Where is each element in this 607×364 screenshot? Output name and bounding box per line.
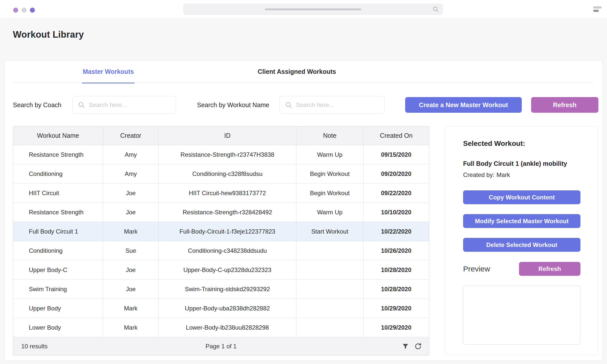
placeholder-line <box>265 8 361 10</box>
cell-workout-name: Full Body Circuit 1 <box>13 222 103 241</box>
cell-workout-name: Conditioning <box>13 241 103 260</box>
page-indicator: Page 1 of 1 <box>206 343 237 350</box>
created-by-line: Created by:Mark <box>463 171 580 178</box>
workout-name-search-field[interactable] <box>279 96 385 114</box>
cell-creator: Mark <box>103 222 159 241</box>
cell-id: Resistance-Strength-r328428492 <box>159 203 296 222</box>
table-footer-icons <box>402 343 422 350</box>
cell-workout-name: Conditioning <box>13 164 103 183</box>
search-by-workout-name-label: Search by Workout Name <box>197 101 269 109</box>
refresh-icon[interactable] <box>414 343 422 350</box>
selected-workout-heading: Selected Workout: <box>463 140 580 148</box>
cell-note: Warm Up <box>296 203 363 222</box>
column-header-workout-name: Workout Name <box>13 126 103 145</box>
cell-created-on: 10/28/2020 <box>363 280 429 299</box>
refresh-button[interactable]: Refresh <box>531 97 598 113</box>
column-header-creator: Creator <box>103 126 159 145</box>
cell-id: Full-Body-Circuit-1-f3eje122377823 <box>159 222 296 241</box>
cell-workout-name: Upper Body <box>13 299 103 318</box>
cell-id: Swim-Training-stdskd29293292 <box>159 280 296 299</box>
cell-created-on: 10/28/2020 <box>363 260 429 279</box>
preview-refresh-button[interactable]: Refresh <box>519 262 580 276</box>
table-footer: 10 results Page 1 of 1 <box>13 337 429 355</box>
cell-workout-name: Upper Body-C <box>13 260 103 279</box>
cell-id: Resistance-Strength-r23747H3838 <box>159 145 296 164</box>
tab-divider <box>13 82 594 83</box>
window-controls <box>13 8 35 13</box>
cell-creator: Mark <box>103 299 159 318</box>
cell-created-on: 09/20/2020 <box>363 164 429 183</box>
tab-bar: Master Workouts Client Assigned Workouts <box>5 61 602 83</box>
cell-id: Conditioning-c348238ddsudu <box>159 241 296 260</box>
window-dot-2[interactable] <box>21 8 27 13</box>
controls-row: Search by Coach Search by Workout Name C… <box>5 96 602 114</box>
tab-client-assigned-workouts[interactable]: Client Assigned Workouts <box>258 61 336 83</box>
modify-selected-master-workout-button[interactable]: Modify Selected Master Workout <box>463 214 580 228</box>
cell-creator: Joe <box>103 260 159 279</box>
selected-workout-title: Full Body Circuit 1 (ankle) mobility <box>463 160 580 167</box>
preview-box <box>463 286 580 345</box>
column-header-note: Note <box>296 126 363 145</box>
workouts-table: Workout Name Creator ID Note Created On … <box>13 126 429 356</box>
table-row[interactable]: HIIT Circuit Joe HIIT Circuit-hew9383173… <box>13 184 429 203</box>
cell-note <box>296 241 363 260</box>
table-row[interactable]: Lower Body Mark Lower-Body-lb238uu828282… <box>13 318 429 337</box>
table-row[interactable]: Upper Body Mark Upper-Body-uba2838dh2828… <box>13 299 429 318</box>
selected-workout-panel: Selected Workout: Full Body Circuit 1 (a… <box>445 126 598 355</box>
cell-id: HIIT Circuit-hew9383173772 <box>159 184 296 202</box>
create-master-workout-button[interactable]: Create a New Master Workout <box>405 97 522 113</box>
cell-creator: Joe <box>103 280 159 299</box>
coach-search-field[interactable] <box>72 96 176 114</box>
browser-chrome <box>0 0 607 18</box>
table-row[interactable]: Conditioning Amy Conditioning-c328f8suds… <box>13 164 429 184</box>
copy-workout-content-button[interactable]: Copy Workout Content <box>463 190 580 204</box>
cell-created-on: 10/29/2020 <box>363 318 429 337</box>
table-row[interactable]: Swim Training Joe Swim-Training-stdskd29… <box>13 280 429 299</box>
cell-created-on: 09/15/2020 <box>363 145 429 164</box>
cell-id: Upper-Body-C-up2328du232323 <box>159 260 296 279</box>
column-header-created-on: Created On <box>363 126 429 145</box>
tab-label: Client Assigned Workouts <box>258 68 336 75</box>
coach-search-input[interactable] <box>89 101 171 108</box>
search-icon <box>285 101 292 109</box>
cell-note <box>296 280 363 299</box>
cell-note: Start Workout <box>296 222 363 241</box>
cell-created-on: 09/22/2020 <box>363 184 429 202</box>
cell-creator: Joe <box>103 184 159 202</box>
table-row[interactable]: Resistance Strength Amy Resistance-Stren… <box>13 145 429 164</box>
cell-id: Conditioning-c328f8sudsu <box>159 164 296 183</box>
menu-icon[interactable] <box>593 5 602 13</box>
search-icon[interactable] <box>432 6 439 13</box>
table-row[interactable]: Resistance Strength Joe Resistance-Stren… <box>13 203 429 222</box>
table-body: Resistance Strength Amy Resistance-Stren… <box>13 145 429 337</box>
cell-id: Upper-Body-uba2838dh282882 <box>159 299 296 318</box>
cell-note: Warm Up <box>296 145 363 164</box>
cell-created-on: 10/22/2020 <box>363 222 429 241</box>
workout-name-search-input[interactable] <box>296 101 380 108</box>
preview-label: Preview <box>463 265 490 273</box>
filter-icon[interactable] <box>402 343 409 350</box>
page-title: Workout Library <box>13 29 84 40</box>
delete-selected-workout-button[interactable]: Delete Selected Workout <box>463 238 580 252</box>
window-dot-1[interactable] <box>13 8 18 13</box>
cell-creator: Joe <box>103 203 159 222</box>
table-row[interactable]: Upper Body-C Joe Upper-Body-C-up2328du23… <box>13 260 429 280</box>
cell-creator: Sue <box>103 241 159 260</box>
cell-workout-name: Resistance Strength <box>13 203 103 222</box>
cell-note <box>296 260 363 279</box>
window-dot-3[interactable] <box>30 8 35 13</box>
tab-master-workouts[interactable]: Master Workouts <box>82 61 135 83</box>
results-count: 10 results <box>21 343 48 350</box>
cell-creator: Amy <box>103 164 159 183</box>
table-row-selected[interactable]: Full Body Circuit 1 Mark Full-Body-Circu… <box>13 222 429 241</box>
search-by-coach-label: Search by Coach <box>13 101 61 109</box>
table-row[interactable]: Conditioning Sue Conditioning-c348238dds… <box>13 241 429 260</box>
cell-creator: Mark <box>103 318 159 337</box>
cell-workout-name: Resistance Strength <box>13 145 103 164</box>
cell-note <box>296 299 363 318</box>
cell-created-on: 10/10/2020 <box>363 203 429 222</box>
browser-search-bar[interactable] <box>183 4 443 15</box>
tab-label: Master Workouts <box>83 68 134 75</box>
cell-created-on: 10/26/2020 <box>363 241 429 260</box>
created-by-value: Mark <box>496 171 510 178</box>
